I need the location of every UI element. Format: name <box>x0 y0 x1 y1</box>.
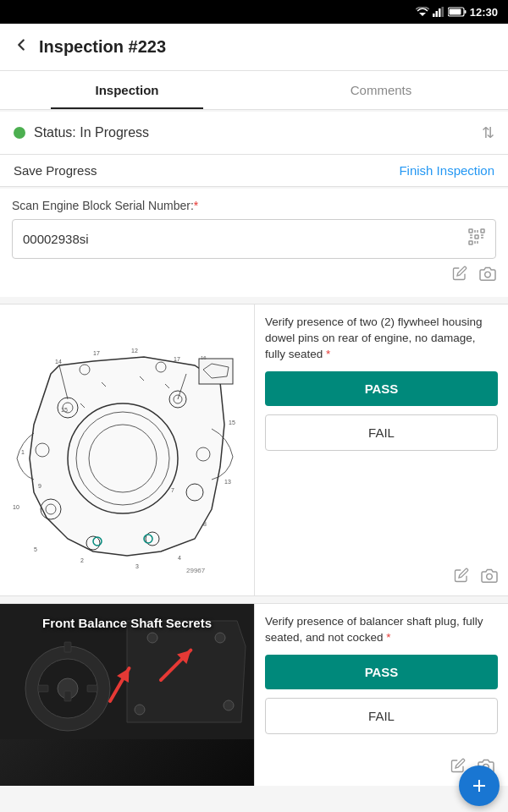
svg-text:16: 16 <box>201 355 207 360</box>
svg-rect-9 <box>481 229 484 233</box>
edit-icon[interactable] <box>452 266 467 285</box>
inspection-card-1: 14 17 12 17 16 15 13 8 1 10 5 2 3 4 15 7… <box>0 304 508 596</box>
tabs-container: Inspection Comments <box>0 71 508 110</box>
status-indicator <box>14 127 25 139</box>
svg-point-77 <box>135 705 145 715</box>
status-icons: 12:30 <box>416 6 498 19</box>
save-progress-button[interactable]: Save Progress <box>14 163 97 178</box>
svg-text:7: 7 <box>171 487 174 493</box>
card-1-description: Verify presence of two (2) flywheel hous… <box>265 315 498 363</box>
action-row: Save Progress Finish Inspection <box>0 155 508 187</box>
photo-title: Front Balance Shaft Secrets <box>0 612 254 634</box>
svg-point-74 <box>147 633 157 643</box>
scan-input-container <box>12 219 496 259</box>
card-2-fail-button[interactable]: FAIL <box>265 698 498 734</box>
tab-comments[interactable]: Comments <box>254 71 508 109</box>
svg-text:29967: 29967 <box>186 567 206 574</box>
svg-rect-73 <box>87 685 97 692</box>
status-bar: 12:30 <box>0 0 508 24</box>
finish-inspection-button[interactable]: Finish Inspection <box>399 163 494 178</box>
serial-number-input[interactable] <box>13 223 458 255</box>
status-row: Status: In Progress ⇅ <box>0 112 508 155</box>
spacer <box>0 793 508 812</box>
svg-text:9: 9 <box>38 483 41 489</box>
scan-section: Scan Engine Block Serial Number:* <box>0 189 508 297</box>
svg-rect-8 <box>469 229 472 233</box>
barcode-scan-icon[interactable] <box>458 220 495 258</box>
tab-inspection[interactable]: Inspection <box>0 71 254 109</box>
svg-rect-6 <box>464 10 466 14</box>
svg-point-75 <box>215 633 225 643</box>
wifi-icon <box>416 7 429 17</box>
svg-rect-7 <box>449 9 461 15</box>
svg-rect-3 <box>439 8 441 17</box>
svg-text:10: 10 <box>13 504 19 510</box>
svg-text:15: 15 <box>229 420 235 425</box>
scan-label: Scan Engine Block Serial Number:* <box>12 199 496 212</box>
svg-text:5: 5 <box>34 546 37 552</box>
svg-text:12: 12 <box>131 348 138 354</box>
signal-icon <box>433 7 444 17</box>
card-1-edit-icon[interactable] <box>454 568 469 587</box>
inspection-card-2-wrapper: Front Balance Shaft Secrets Verify prese… <box>0 603 508 786</box>
svg-rect-70 <box>64 642 71 652</box>
svg-rect-1 <box>433 14 435 17</box>
svg-text:17: 17 <box>93 350 100 356</box>
card-2-photo: Front Balance Shaft Secrets <box>0 604 254 786</box>
inspection-card-2: Front Balance Shaft Secrets Verify prese… <box>0 603 508 786</box>
svg-rect-2 <box>435 11 438 17</box>
status-text: Status: In Progress <box>34 125 149 140</box>
svg-rect-71 <box>64 691 71 701</box>
svg-rect-4 <box>441 7 444 17</box>
svg-text:4: 4 <box>178 555 181 561</box>
svg-rect-19 <box>475 235 478 239</box>
svg-text:3: 3 <box>135 563 139 569</box>
svg-point-76 <box>224 700 234 710</box>
card-1-fail-button[interactable]: FAIL <box>265 414 498 451</box>
svg-point-65 <box>487 573 493 579</box>
camera-icon[interactable] <box>479 266 496 285</box>
card-2-content: Verify presence of balancer shaft plug, … <box>254 604 508 786</box>
card-1-pass-button[interactable]: PASS <box>265 371 498 406</box>
card-1-content: Verify presence of two (2) flywheel hous… <box>254 304 508 595</box>
page-title: Inspection #223 <box>39 37 166 57</box>
header: Inspection #223 <box>0 24 508 71</box>
svg-text:8: 8 <box>203 521 207 527</box>
svg-text:15: 15 <box>61 407 68 413</box>
svg-text:1: 1 <box>21 449 25 455</box>
svg-rect-10 <box>469 241 472 244</box>
back-button[interactable] <box>12 36 30 59</box>
card-2-pass-button[interactable]: PASS <box>265 655 498 689</box>
svg-text:2: 2 <box>80 557 84 563</box>
clock: 12:30 <box>470 6 498 19</box>
add-fab-button[interactable] <box>459 765 500 806</box>
svg-text:17: 17 <box>174 356 180 362</box>
card-2-description: Verify presence of balancer shaft plug, … <box>265 614 498 646</box>
battery-icon <box>448 7 467 17</box>
svg-text:13: 13 <box>224 479 231 485</box>
svg-rect-72 <box>38 685 48 692</box>
svg-marker-0 <box>419 13 426 16</box>
card-1-camera-icon[interactable] <box>481 568 498 587</box>
svg-text:14: 14 <box>55 359 62 365</box>
svg-point-20 <box>485 272 491 277</box>
scan-actions <box>12 259 496 285</box>
status-chevron-icon[interactable]: ⇅ <box>482 123 494 142</box>
card-1-image: 14 17 12 17 16 15 13 8 1 10 5 2 3 4 15 7… <box>0 304 254 595</box>
